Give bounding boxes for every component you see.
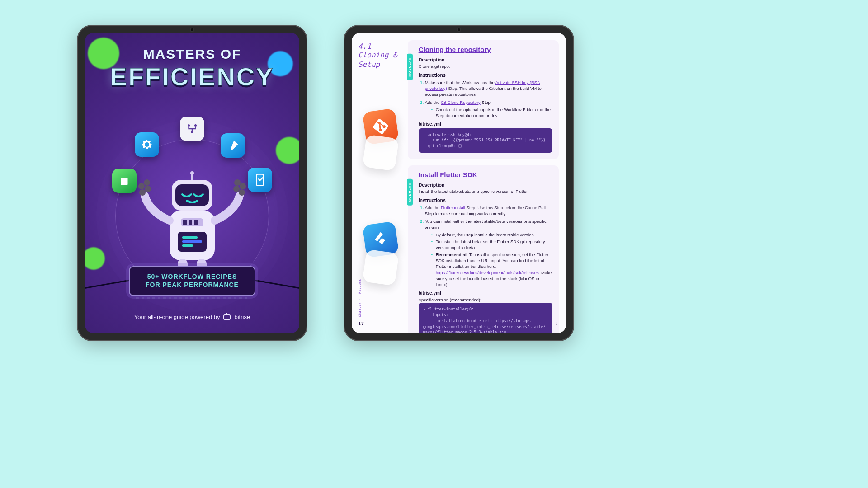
yml-heading: bitrise.yml xyxy=(419,122,552,127)
step-item: Make sure that the Workflow has the Acti… xyxy=(425,80,552,98)
cover-banner: 50+ WORKFLOW RECIPES FOR PEAK PERFORMANC… xyxy=(129,266,255,296)
ipad-frame-right: 4.1 Cloning & Setup Chapter 4: Recipes 1… xyxy=(344,25,574,341)
svg-rect-12 xyxy=(189,220,192,225)
cover-screen: MASTERS OF EFFICIENCY xyxy=(85,33,299,333)
svg-point-25 xyxy=(234,179,241,186)
section-name: Cloning & Setup xyxy=(358,51,403,70)
banner-line1: 50+ WORKFLOW RECIPES xyxy=(134,272,250,281)
cover-title-line2: EFFICIENCY xyxy=(85,62,299,91)
link-flutter-releases[interactable]: https://flutter.dev/docs/development/too… xyxy=(436,270,539,275)
svg-point-1 xyxy=(194,124,197,127)
page-screen: 4.1 Cloning & Setup Chapter 4: Recipes 1… xyxy=(352,33,566,333)
recipe-card-cloning: MODULAR Cloning the repository Descripti… xyxy=(408,40,559,159)
link-git-clone[interactable]: Git Clone Repository xyxy=(441,100,481,105)
bitrise-logo-icon xyxy=(223,314,231,320)
tile-workflow-icon xyxy=(180,117,204,141)
svg-rect-16 xyxy=(182,240,202,243)
step-item: Add the Flutter install Step. Use this S… xyxy=(425,205,552,217)
svg-point-20 xyxy=(138,183,145,189)
modular-tag: MODULAR xyxy=(407,179,413,206)
substep: By default, the Step installs the latest… xyxy=(431,232,552,238)
robot-mascot xyxy=(124,157,260,284)
link-flutter-install[interactable]: Flutter install xyxy=(441,205,465,210)
card-heading[interactable]: Install Flutter SDK xyxy=(419,171,552,178)
desc-heading: Description xyxy=(419,182,552,188)
svg-rect-17 xyxy=(182,244,193,247)
page-content: MODULAR Cloning the repository Descripti… xyxy=(408,33,566,333)
svg-point-0 xyxy=(188,124,190,127)
ghost-card xyxy=(362,249,399,286)
chapter-label: Chapter 4: Recipes xyxy=(358,279,362,317)
svg-point-23 xyxy=(233,186,240,192)
tile-brush-icon xyxy=(221,133,245,158)
svg-point-18 xyxy=(139,189,146,196)
svg-rect-6 xyxy=(191,173,193,180)
ghost-card xyxy=(362,134,399,171)
powered-by: Your all-in-one guide powered by bitrise xyxy=(85,314,299,320)
code-block: - flutter-installer@0: inputs: - install… xyxy=(419,303,552,333)
svg-point-21 xyxy=(144,179,150,186)
brand-name: bitrise xyxy=(234,314,250,320)
inst-heading: Instructions xyxy=(419,72,552,78)
substep: Recommended: To install a specific versi… xyxy=(431,252,552,288)
substep: To install the latest beta, set the Flut… xyxy=(431,239,552,251)
page-sidebar: 4.1 Cloning & Setup Chapter 4: Recipes 1… xyxy=(352,33,408,333)
blob-decor xyxy=(85,247,105,270)
step-item: You can install either the latest stable… xyxy=(425,218,552,287)
tile-gear-icon xyxy=(135,132,159,157)
svg-rect-15 xyxy=(182,236,198,239)
section-number: 4.1 xyxy=(358,42,403,51)
cover: MASTERS OF EFFICIENCY xyxy=(85,33,299,333)
svg-point-2 xyxy=(191,131,193,133)
step-item: Add the Git Clone Repository Step. Check… xyxy=(425,99,552,119)
cover-title: MASTERS OF EFFICIENCY xyxy=(85,47,299,91)
cover-title-line1: MASTERS OF xyxy=(85,47,299,62)
yml-note: Specific version (recommended): xyxy=(419,297,552,303)
svg-point-22 xyxy=(239,189,245,196)
yml-heading: bitrise.yml xyxy=(419,291,552,296)
modular-tag: MODULAR xyxy=(407,54,413,80)
ipad-frame-left: MASTERS OF EFFICIENCY xyxy=(77,25,307,341)
powered-by-text: Your all-in-one guide powered by xyxy=(134,314,220,320)
page-number: 17 xyxy=(358,321,364,327)
svg-point-24 xyxy=(240,183,246,189)
doc-page: 4.1 Cloning & Setup Chapter 4: Recipes 1… xyxy=(352,33,566,333)
substep: Check out the optional inputs in the Wor… xyxy=(431,107,552,119)
code-block: - activate-ssh-key@4: run_if: '{{getenv … xyxy=(419,128,552,153)
svg-point-19 xyxy=(145,186,151,192)
desc-text: Clone a git repo. xyxy=(419,64,552,70)
card-heading[interactable]: Cloning the repository xyxy=(419,46,552,53)
desc-heading: Description xyxy=(419,57,552,62)
desc-text: Install the latest stable/beta or a spec… xyxy=(419,189,552,195)
banner-line2: FOR PEAK PERFORMANCE xyxy=(134,281,250,289)
svg-rect-13 xyxy=(194,220,198,225)
down-arrow-icon: ↓ xyxy=(555,320,558,327)
recipe-card-flutter: MODULAR Install Flutter SDK Description … xyxy=(408,165,559,333)
blob-decor xyxy=(276,137,299,164)
svg-rect-11 xyxy=(183,220,187,225)
inst-heading: Instructions xyxy=(419,197,552,203)
